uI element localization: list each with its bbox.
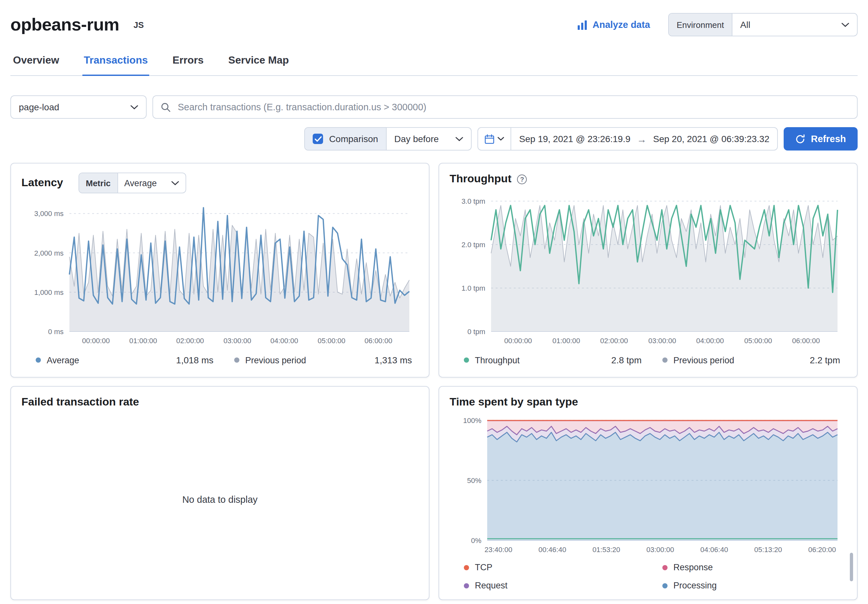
refresh-icon [795,134,805,144]
calendar-icon [485,134,494,144]
tab-overview[interactable]: Overview [12,54,60,75]
bar-chart-icon [578,20,587,29]
environment-control: Environment All [668,13,858,36]
legend-item-processing[interactable]: Processing [648,581,846,590]
service-header: opbeans-rum JS Analyze data Environment … [10,0,858,36]
legend-item-previous-period[interactable]: Previous period 1,313 ms [220,355,418,365]
latency-panel: Latency Metric Average 0 ms1,000 ms2,000… [10,163,429,378]
no-data-message: No data to display [22,409,418,590]
legend-dot [36,358,41,362]
panel-title: Latency [22,177,63,189]
svg-text:03:00:00: 03:00:00 [646,546,674,554]
svg-text:00:00:00: 00:00:00 [504,337,532,345]
tab-transactions[interactable]: Transactions [82,54,149,76]
comparison-select[interactable]: Day before [387,128,471,150]
transaction-type-value: page-load [19,102,59,112]
legend-dot [464,583,469,588]
svg-text:01:00:00: 01:00:00 [129,337,157,345]
refresh-label: Refresh [811,134,846,144]
throughput-panel: Throughput ? 0 tpm1.0 tpm2.0 tpm3.0 tpm0… [439,163,858,378]
comparison-toggle[interactable]: Comparison [305,128,387,150]
date-range: Sep 19, 2021 @ 23:26:19.9 → Sep 20, 2021… [512,133,777,144]
analyze-data-link[interactable]: Analyze data [578,19,650,30]
svg-text:1.0 tpm: 1.0 tpm [462,284,485,292]
svg-text:01:00:00: 01:00:00 [552,337,580,345]
time-spent-by-span-type-panel: Time spent by span type 0%50%100%23:40:0… [439,386,858,600]
svg-text:00:00:00: 00:00:00 [82,337,110,345]
svg-text:0 ms: 0 ms [48,328,64,336]
legend-label: Average [47,355,79,365]
metric-select[interactable]: Average [118,173,185,193]
legend-value: 1,018 ms [176,355,214,365]
comparison-checkbox[interactable] [313,134,323,144]
chevron-down-icon [456,136,463,141]
panel-title: Failed transaction rate [22,396,418,409]
legend-item-request[interactable]: Request [450,581,648,590]
service-tabs: Overview Transactions Errors Service Map [10,54,858,76]
metric-label: Metric [79,173,118,193]
panel-title: Throughput [450,173,512,186]
comparison-row: Comparison Day before [10,127,858,150]
panels-grid: Latency Metric Average 0 ms1,000 ms2,000… [10,163,858,600]
agent-badge: JS [133,20,144,29]
latency-chart: 0 ms1,000 ms2,000 ms3,000 ms00:00:0001:0… [22,198,418,348]
svg-text:04:06:40: 04:06:40 [700,546,728,554]
transaction-type-select[interactable]: page-load [10,95,147,119]
legend-item-throughput[interactable]: Throughput 2.8 tpm [450,355,648,365]
page-title: opbeans-rum [10,15,119,35]
legend-dot [662,358,668,362]
date-end[interactable]: Sep 20, 2021 @ 06:39:23.32 [653,134,770,144]
svg-text:06:00:00: 06:00:00 [792,337,820,345]
tab-service-map[interactable]: Service Map [227,54,290,75]
legend-item-response[interactable]: Response [648,562,846,572]
time-spent-legend: TCP Response Request Processing [450,562,846,590]
search-icon [161,102,170,112]
search-input[interactable] [177,101,849,113]
legend-label: Throughput [475,355,520,365]
legend-label: Previous period [245,355,306,365]
svg-text:2,000 ms: 2,000 ms [34,249,64,257]
arrow-right-icon: → [637,133,647,144]
svg-text:05:13:20: 05:13:20 [754,546,782,554]
apm-transactions-page: opbeans-rum JS Analyze data Environment … [0,0,868,604]
svg-text:02:00:00: 02:00:00 [600,337,628,345]
svg-text:23:40:00: 23:40:00 [485,546,513,554]
legend-value: 1,313 ms [375,355,412,365]
chevron-down-icon [842,22,849,27]
environment-label: Environment [669,14,732,36]
chevron-down-icon [498,137,504,141]
date-picker: Sep 19, 2021 @ 23:26:19.9 → Sep 20, 2021… [478,127,778,150]
comparison-label: Comparison [329,134,378,144]
metric-select-group: Metric Average [79,173,186,193]
svg-text:03:00:00: 03:00:00 [223,337,251,345]
page-content: opbeans-rum JS Analyze data Environment … [0,0,868,604]
failed-transaction-rate-panel: Failed transaction rate No data to displ… [10,386,429,600]
tab-errors[interactable]: Errors [171,54,205,75]
latency-legend: Average 1,018 ms Previous period 1,313 m… [22,352,418,368]
svg-text:05:00:00: 05:00:00 [744,337,772,345]
svg-text:05:00:00: 05:00:00 [318,337,346,345]
search-box [152,95,858,119]
svg-text:3.0 tpm: 3.0 tpm [462,197,485,205]
scrollbar-thumb[interactable] [850,553,853,581]
legend-item-average[interactable]: Average 1,018 ms [22,355,220,365]
date-start[interactable]: Sep 19, 2021 @ 23:26:19.9 [519,134,631,144]
date-quick-select[interactable] [479,128,512,150]
environment-select[interactable]: All [732,14,857,36]
svg-text:3,000 ms: 3,000 ms [34,209,64,218]
legend-label: Request [475,581,508,590]
help-icon[interactable]: ? [518,174,527,184]
legend-dot [464,358,469,362]
svg-text:04:00:00: 04:00:00 [271,337,298,345]
environment-value: All [740,19,750,30]
legend-item-previous-period[interactable]: Previous period 2.2 tpm [648,355,846,365]
refresh-button[interactable]: Refresh [784,127,858,150]
legend-item-tcp[interactable]: TCP [450,562,648,572]
svg-text:02:00:00: 02:00:00 [176,337,204,345]
svg-text:0%: 0% [471,536,481,545]
svg-text:03:00:00: 03:00:00 [648,337,676,345]
time-spent-chart: 0%50%100%23:40:0000:46:4001:53:2003:00:0… [450,414,846,557]
svg-text:04:00:00: 04:00:00 [696,337,724,345]
throughput-panel-header: Throughput ? [450,173,846,186]
legend-dot [464,565,469,570]
